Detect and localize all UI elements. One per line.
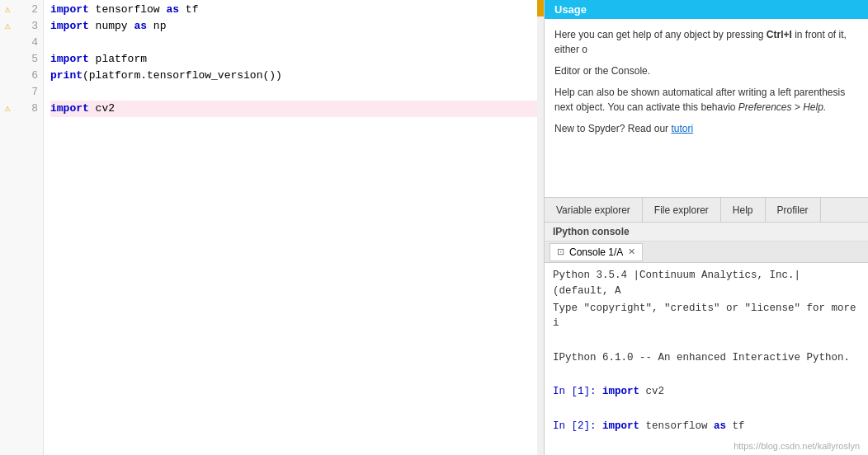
console-output-line <box>553 368 860 383</box>
console-tab-close[interactable]: ✕ <box>628 246 635 257</box>
console-output-line: IPython 6.1.0 -- An enhanced Interactive… <box>553 350 860 366</box>
code-line: import platform <box>50 51 544 68</box>
console-output-line: In [2]: import tensorflow as tf <box>553 419 860 434</box>
right-panel: Usage Here you can get help of any objec… <box>545 0 868 455</box>
line-numbers: 2345678 <box>15 0 44 455</box>
console-section: IPython console ⊡ Console 1/A ✕ Python 3… <box>545 223 868 455</box>
editor-scrollbar[interactable] <box>537 0 544 455</box>
help-header: Usage <box>545 0 868 19</box>
help-paragraph-4: New to Spyder? Read our tutori <box>554 121 858 136</box>
line-number: 6 <box>15 68 38 84</box>
warning-gutter: ⚠⚠⚠ <box>0 0 15 455</box>
console-output-line: Type "copyright", "credits" or "license"… <box>553 301 860 332</box>
tabs-row: Variable explorerFile explorerHelpProfil… <box>545 198 868 223</box>
help-paragraph-2: Editor or the Console. <box>554 63 858 78</box>
console-tab-icon: ⊡ <box>557 246 564 257</box>
tab-item[interactable]: Profiler <box>766 198 821 222</box>
help-body: Here you can get help of any object by p… <box>545 19 868 151</box>
line-number: 5 <box>15 51 38 68</box>
console-tab-label: Console 1/A <box>569 246 623 258</box>
line-number: 8 <box>15 101 38 117</box>
code-line <box>50 84 544 101</box>
line-number: 2 <box>15 2 38 18</box>
code-line: import cv2 <box>50 101 544 117</box>
code-content[interactable]: import tensorflow as tfimport numpy as n… <box>44 0 544 455</box>
warning-icon: ⚠ <box>0 18 15 35</box>
warning-icon: ⚠ <box>0 101 15 117</box>
editor-scrollbar-thumb <box>537 0 544 16</box>
warning-icon <box>0 68 15 84</box>
console-output-line: In [1]: import cv2 <box>553 384 860 400</box>
help-paragraph-1: Here you can get help of any object by p… <box>554 27 858 57</box>
tab-item[interactable]: Help <box>721 198 766 222</box>
console-output-line: Python 3.5.4 |Continuum Analytics, Inc.|… <box>553 268 860 299</box>
warning-icon <box>0 51 15 68</box>
console-output-line <box>553 333 860 349</box>
tab-item[interactable]: File explorer <box>643 198 721 222</box>
warning-icon <box>0 84 15 101</box>
main-layout: ⚠⚠⚠ 2345678 import tensorflow as tfimpor… <box>0 0 868 455</box>
line-number: 7 <box>15 84 38 101</box>
help-area: Usage Here you can get help of any objec… <box>545 0 868 198</box>
watermark: https://blog.csdn.net/kallyroslyn <box>734 441 860 451</box>
console-tabs: ⊡ Console 1/A ✕ <box>545 242 868 263</box>
code-line: import numpy as np <box>50 18 544 35</box>
warning-icon: ⚠ <box>0 2 15 18</box>
console-output[interactable]: Python 3.5.4 |Continuum Analytics, Inc.|… <box>545 263 868 455</box>
editor-panel: ⚠⚠⚠ 2345678 import tensorflow as tfimpor… <box>0 0 545 455</box>
tutorial-link[interactable]: tutori <box>671 123 693 134</box>
tab-item[interactable]: Variable explorer <box>545 198 643 222</box>
console-output-line <box>553 401 860 417</box>
console-tab-1[interactable]: ⊡ Console 1/A ✕ <box>550 243 643 261</box>
warning-icon <box>0 35 15 51</box>
line-number: 4 <box>15 35 38 51</box>
help-paragraph-3: Help can also be shown automatical after… <box>554 85 858 115</box>
code-area: ⚠⚠⚠ 2345678 import tensorflow as tfimpor… <box>0 0 544 455</box>
line-number: 3 <box>15 18 38 35</box>
code-line <box>50 35 544 51</box>
code-line: import tensorflow as tf <box>50 2 544 18</box>
console-header: IPython console <box>545 223 868 242</box>
code-line: print(platform.tensorflow_version()) <box>50 68 544 84</box>
